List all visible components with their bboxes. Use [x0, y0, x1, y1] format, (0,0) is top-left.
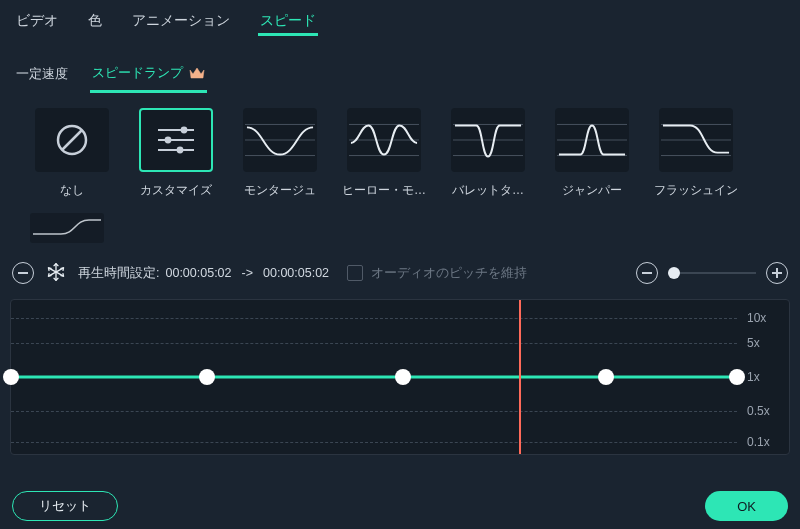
gridline: [11, 411, 737, 412]
premium-crown-icon: [189, 66, 205, 80]
ok-button[interactable]: OK: [705, 491, 788, 521]
ramp-canvas[interactable]: [11, 300, 737, 454]
freeze-frame-button[interactable]: [46, 262, 66, 285]
tab-color[interactable]: 色: [86, 8, 104, 36]
preset-label: ジャンパー: [562, 182, 622, 199]
sliders-icon: [154, 121, 198, 159]
duration-from: 00:00:05:02: [165, 266, 231, 280]
checkbox-box-icon: [347, 265, 363, 281]
preset-label: バレットタ…: [452, 182, 524, 199]
remove-keyframe-button[interactable]: [12, 262, 34, 284]
preset-jumper[interactable]: ジャンパー: [550, 108, 634, 199]
curve-jumper-icon: [557, 109, 627, 171]
preset-montage[interactable]: モンタージュ: [238, 108, 322, 199]
preset-bullet-time[interactable]: バレットタ…: [446, 108, 530, 199]
preset-gallery: なし カスタマイズ: [0, 92, 800, 255]
preset-label: なし: [60, 182, 84, 199]
preset-label: カスタマイズ: [140, 182, 212, 199]
speed-subtabs: 一定速度 スピードランプ: [0, 36, 800, 92]
snowflake-icon: [46, 262, 66, 282]
tab-video[interactable]: ビデオ: [14, 8, 60, 36]
zoom-controls: [636, 262, 788, 284]
arrow-icon: ->: [242, 266, 253, 280]
svg-point-7: [177, 147, 184, 154]
speed-curve[interactable]: [11, 376, 737, 379]
duration-to: 00:00:05:02: [263, 266, 329, 280]
preset-flash-in[interactable]: フラッシュイン: [654, 108, 738, 199]
bottom-button-bar: リセット OK: [0, 491, 800, 521]
zoom-in-button[interactable]: [766, 262, 788, 284]
subtab-uniform-speed[interactable]: 一定速度: [14, 61, 70, 91]
preset-next-row-peek[interactable]: [30, 213, 104, 243]
main-tabs: ビデオ 色 アニメーション スピード: [0, 0, 800, 36]
keyframe-handle[interactable]: [199, 369, 215, 385]
subtab-label: スピードランプ: [92, 64, 183, 82]
preset-thumb: [139, 108, 213, 172]
keyframe-handle[interactable]: [395, 369, 411, 385]
duration-label: 再生時間設定: [78, 265, 159, 282]
curve-montage-icon: [245, 109, 315, 171]
reset-button[interactable]: リセット: [12, 491, 118, 521]
preset-thumb: [35, 108, 109, 172]
tab-animation[interactable]: アニメーション: [130, 8, 232, 36]
ramp-controls: 再生時間設定 00:00:05:02 -> 00:00:05:02 オーディオの…: [0, 255, 800, 289]
slider-track: [668, 272, 756, 274]
curve-peek-icon: [31, 214, 103, 242]
gridline: [11, 343, 737, 344]
preset-customize[interactable]: カスタマイズ: [134, 108, 218, 199]
preset-none[interactable]: なし: [30, 108, 114, 199]
y-tick: 0.1x: [747, 435, 770, 449]
maintain-pitch-checkbox[interactable]: オーディオのピッチを維持: [347, 265, 527, 282]
subtab-label: 一定速度: [16, 65, 68, 83]
duration-readout: 再生時間設定 00:00:05:02 -> 00:00:05:02: [78, 265, 329, 282]
zoom-slider[interactable]: [668, 263, 756, 283]
tab-speed[interactable]: スピード: [258, 8, 318, 36]
gridline: [11, 442, 737, 443]
playhead[interactable]: [519, 300, 521, 454]
svg-point-6: [165, 137, 172, 144]
none-icon: [53, 121, 91, 159]
subtab-speed-ramp[interactable]: スピードランプ: [90, 60, 207, 93]
y-axis-labels: 10x 5x 1x 0.5x 0.1x: [739, 300, 789, 454]
preset-label: モンタージュ: [244, 182, 316, 199]
curve-hero-icon: [349, 109, 419, 171]
preset-hero-moment[interactable]: ヒーロー・モ…: [342, 108, 426, 199]
preset-thumb: [347, 108, 421, 172]
preset-thumb: [243, 108, 317, 172]
zoom-out-button[interactable]: [636, 262, 658, 284]
svg-point-5: [181, 127, 188, 134]
preset-thumb: [555, 108, 629, 172]
keyframe-handle[interactable]: [598, 369, 614, 385]
speed-ramp-graph[interactable]: 10x 5x 1x 0.5x 0.1x: [10, 299, 790, 455]
slider-thumb[interactable]: [668, 267, 680, 279]
curve-bullet-icon: [453, 109, 523, 171]
y-tick: 5x: [747, 336, 760, 350]
preset-label: ヒーロー・モ…: [342, 182, 426, 199]
y-tick: 10x: [747, 311, 766, 325]
preset-label: フラッシュイン: [654, 182, 738, 199]
preset-thumb: [659, 108, 733, 172]
y-tick: 0.5x: [747, 404, 770, 418]
y-tick: 1x: [747, 370, 760, 384]
preset-thumb: [451, 108, 525, 172]
maintain-pitch-label: オーディオのピッチを維持: [371, 265, 527, 282]
keyframe-handle[interactable]: [3, 369, 19, 385]
svg-line-1: [62, 130, 82, 150]
gridline: [11, 318, 737, 319]
curve-flash-in-icon: [661, 109, 731, 171]
